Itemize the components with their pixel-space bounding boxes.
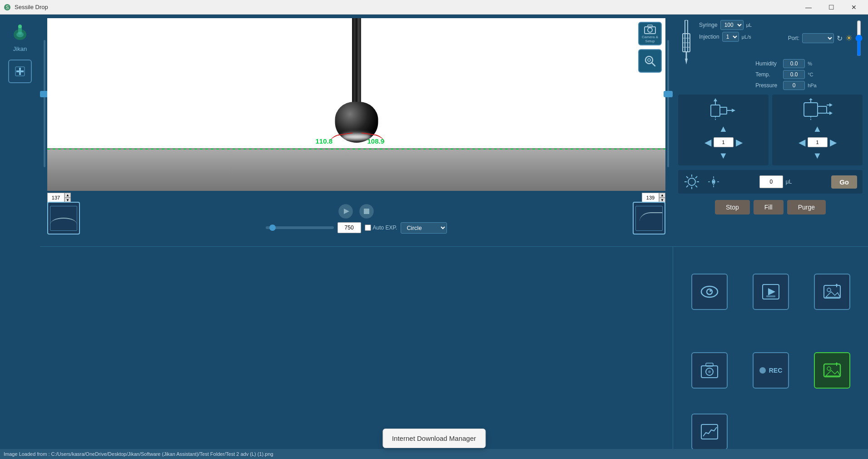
sun-large-icon [684, 174, 700, 190]
svg-rect-18 [364, 209, 369, 214]
active-image-button[interactable] [814, 352, 850, 389]
svg-point-70 [708, 370, 711, 373]
svg-marker-60 [768, 288, 775, 295]
motor-right-input[interactable] [808, 137, 828, 147]
vol-input[interactable] [759, 175, 783, 188]
refresh-button[interactable]: ↻ [837, 34, 843, 43]
exposure-slider[interactable] [266, 226, 334, 229]
motor-left-left[interactable]: ◀ [704, 136, 712, 149]
motor-right-right[interactable]: ▶ [829, 136, 838, 149]
temp-label: Temp. [755, 71, 780, 78]
video-play-button[interactable] [753, 274, 789, 310]
humidity-unit: % [808, 61, 812, 66]
svg-text:S: S [6, 5, 9, 10]
syringe-svg [678, 20, 694, 65]
maximize-button[interactable]: ☐ [821, 0, 842, 15]
record-button[interactable]: REC [753, 352, 789, 389]
motor-left-vert: ▲ ◀ ▶ ▼ [704, 123, 744, 162]
exposure-thumb[interactable] [269, 225, 276, 231]
exposure-row: Auto EXP. Circle Ellipse Polynomial [266, 222, 447, 234]
thumb-right-curve [640, 212, 662, 230]
motor-left-input[interactable] [714, 137, 734, 147]
injection-unit: μL/s [742, 34, 751, 40]
motor-left-up[interactable]: ▲ [718, 123, 729, 135]
playback-area: Auto EXP. Circle Ellipse Polynomial [266, 203, 447, 234]
svg-marker-36 [809, 98, 813, 100]
eye-button[interactable] [691, 274, 728, 310]
right-slider-col [667, 18, 669, 191]
right-ctrl-params: Port: COM1 COM3 ↻ ☀ Humidity [755, 20, 863, 90]
svg-point-71 [759, 367, 766, 374]
pressure-row: Pressure 0 hPa [755, 81, 863, 90]
fill-button[interactable]: Fill [754, 200, 784, 215]
auto-exp-text: Auto EXP. [373, 225, 397, 231]
zoom-button[interactable] [638, 49, 662, 73]
chart-button[interactable] [691, 414, 728, 450]
thumb-left-curve [50, 218, 77, 230]
vol-input-group: μL [759, 175, 792, 188]
thumbnail-left [47, 202, 80, 234]
brightness-slider[interactable] [855, 20, 863, 56]
title-bar: S Sessile Drop — ☐ ✕ [0, 0, 868, 15]
video-panel: 110.8 108.9 Camera & [40, 15, 673, 246]
port-label: Port: [788, 35, 799, 41]
minimize-button[interactable]: — [798, 0, 819, 15]
stop-button[interactable] [358, 203, 375, 220]
purge-button[interactable]: Purge [787, 200, 826, 215]
camera-setup-button[interactable]: Camera & Setup [638, 22, 662, 45]
jikan-logo [9, 22, 31, 44]
app-icon: S [4, 4, 11, 11]
stop-icon [359, 204, 374, 219]
idm-tooltip: Internet Download Manager [382, 429, 486, 448]
svg-marker-64 [826, 292, 840, 297]
env-params: Humidity 0.0 % Temp. 0.0 °C Pressure 0 [755, 59, 863, 90]
right-vslider-thumb[interactable] [664, 91, 673, 97]
syringe-label: Syringe [699, 22, 718, 28]
motor-right-lr: ◀ ▶ [798, 136, 838, 149]
right-spin-up[interactable]: ▲ [659, 193, 665, 198]
camera-icon [644, 24, 656, 34]
svg-point-10 [648, 28, 652, 32]
svg-rect-61 [766, 295, 775, 297]
svg-point-51 [712, 180, 715, 183]
svg-rect-27 [720, 107, 727, 114]
svg-point-56 [701, 286, 718, 297]
go-button[interactable]: Go [831, 175, 857, 189]
stop-button-main[interactable]: Stop [715, 200, 750, 215]
motor-left-down[interactable]: ▼ [718, 150, 729, 162]
port-select[interactable]: COM1 COM3 [802, 33, 834, 43]
shape-dropdown[interactable]: Circle Ellipse Polynomial [401, 222, 447, 234]
eye-icon [700, 285, 719, 299]
thumbnail-right [633, 202, 665, 234]
motor-right-up[interactable]: ▲ [812, 123, 823, 135]
auto-exp-label: Auto EXP. [365, 225, 397, 231]
record-inner: REC [759, 367, 783, 374]
window-controls: — ☐ ✕ [798, 0, 864, 15]
auto-exp-checkbox[interactable] [365, 225, 371, 231]
motor-left-right[interactable]: ▶ [735, 136, 744, 149]
add-button[interactable] [8, 60, 32, 83]
image-upload-button[interactable] [814, 274, 850, 310]
svg-marker-39 [829, 103, 833, 107]
close-button[interactable]: ✕ [843, 0, 864, 15]
rec-text: REC [769, 367, 783, 374]
svg-rect-26 [711, 105, 720, 116]
motor-right-panel: ▲ ◀ ▶ ▼ [772, 95, 863, 165]
injection-select[interactable]: 1 2 5 [722, 32, 739, 42]
motor-right-left[interactable]: ◀ [798, 136, 806, 149]
logo-text: Jikan [13, 45, 27, 52]
svg-line-47 [686, 176, 688, 178]
motor-left-panel: ▲ ◀ ▶ ▼ [678, 95, 769, 165]
left-sidebar: Jikan [0, 15, 40, 459]
motor-right-vert: ▲ ◀ ▶ ▼ [798, 123, 838, 162]
left-slider-col [44, 18, 45, 191]
motor-right-icon [802, 98, 833, 121]
vol-unit: μL [786, 179, 792, 185]
left-spin-up[interactable]: ▲ [64, 193, 71, 198]
syringe-select[interactable]: 100 50 250 [720, 20, 744, 30]
chart-icon [700, 424, 719, 440]
camera-capture-button[interactable] [691, 352, 728, 389]
motor-right-down[interactable]: ▼ [812, 150, 823, 162]
exposure-input[interactable] [337, 222, 361, 233]
play-button[interactable] [337, 203, 354, 220]
